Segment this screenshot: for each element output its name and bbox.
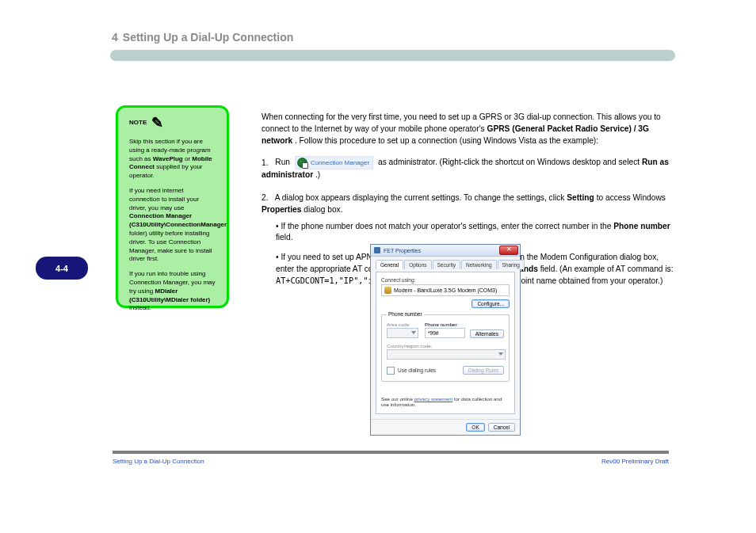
privacy-line: See our online privacy statement for dat… (381, 396, 510, 407)
note-title-row: NOTE ✎ (129, 116, 216, 130)
use-dialing-rules-checkbox[interactable]: Use dialing rules (387, 367, 436, 375)
cancel-button[interactable]: Cancel (488, 423, 515, 432)
tab-general-body: Connect using: Modem - BandLuxe 3.5G Mod… (376, 272, 515, 414)
step-1: 1. Run Connection Manager as administrat… (262, 156, 674, 181)
alternates-button[interactable]: Alternates (470, 329, 504, 338)
footer-separator (113, 451, 669, 454)
tab-networking[interactable]: Networking (461, 260, 497, 269)
connect-using-field[interactable]: Modem - BandLuxe 3.5G Modem (COM3) (381, 284, 510, 296)
country-code-label: Country/region code: (387, 343, 504, 348)
footer: Setting Up a Dial-Up Connection Rev00 Pr… (113, 458, 669, 465)
dialog-buttons: OK Cancel (371, 419, 520, 435)
tab-options[interactable]: Options (404, 260, 431, 269)
area-code-label: Area code: (387, 322, 420, 327)
phone-number-group: Phone number Area code: Phone number: *9… (381, 314, 510, 382)
footer-right: Rev00 Preliminary Draft (601, 458, 669, 465)
tab-general[interactable]: General (376, 260, 403, 269)
ok-button[interactable]: OK (466, 423, 484, 432)
privacy-link[interactable]: privacy statement (414, 396, 453, 402)
step-2: 2. A dialog box appears displaying the c… (262, 192, 674, 216)
modem-icon (384, 287, 391, 294)
connection-manager-chip: Connection Manager (295, 156, 373, 169)
note-paragraph-1: Skip this section if you are using a rea… (129, 138, 216, 181)
dialing-rules-button[interactable]: Dialing Rules (463, 366, 504, 375)
chapter-title: Setting Up a Dial-Up Connection (123, 31, 293, 44)
connect-using-value: Modem - BandLuxe 3.5G Modem (COM3) (394, 287, 497, 293)
checkbox-icon (387, 367, 395, 375)
footer-left: Setting Up a Dial-Up Connection (113, 458, 204, 465)
dialog-client: General Options Security Networking Shar… (371, 257, 520, 419)
dialog-app-icon (374, 247, 380, 253)
step-2-sub-1: • If the phone number does not match you… (276, 221, 674, 245)
page-title: 4 Setting Up a Dial-Up Connection (112, 31, 675, 44)
intro-paragraph: When connecting for the very first time,… (262, 112, 674, 147)
properties-dialog: FET Properties ✕ General Options Securit… (370, 244, 521, 436)
use-dialing-rules-label: Use dialing rules (398, 367, 436, 373)
tab-security[interactable]: Security (433, 260, 460, 269)
dialog-titlebar[interactable]: FET Properties ✕ (371, 245, 520, 257)
page-header: 4 Setting Up a Dial-Up Connection (110, 31, 675, 61)
close-button[interactable]: ✕ (499, 246, 518, 255)
chapter-number: 4 (112, 31, 118, 44)
connect-using-label: Connect using: (381, 277, 510, 283)
note-paragraph-2: If you need internet connection to insta… (129, 187, 216, 264)
page-number-pill: 4-4 (36, 257, 88, 280)
phone-group-title: Phone number (387, 311, 424, 317)
phone-number-input[interactable]: *99# (425, 328, 465, 338)
country-code-select[interactable] (387, 349, 506, 360)
note-paragraph-3: If you run into trouble using Connection… (129, 270, 216, 313)
connection-manager-label: Connection Manager (311, 158, 369, 168)
configure-button[interactable]: Configure... (472, 299, 510, 308)
connection-manager-icon (297, 158, 307, 168)
note-box: NOTE ✎ Skip this section if you are usin… (116, 105, 229, 308)
header-underline-bar (110, 50, 675, 61)
tab-sharing[interactable]: Sharing (498, 260, 525, 269)
area-code-select[interactable] (387, 328, 418, 338)
dialog-title: FET Properties (384, 248, 499, 253)
dialog-tabs: General Options Security Networking Shar… (376, 260, 515, 269)
phone-number-label: Phone number: (425, 322, 465, 327)
note-title: NOTE (129, 119, 147, 128)
pen-icon: ✎ (151, 116, 163, 130)
